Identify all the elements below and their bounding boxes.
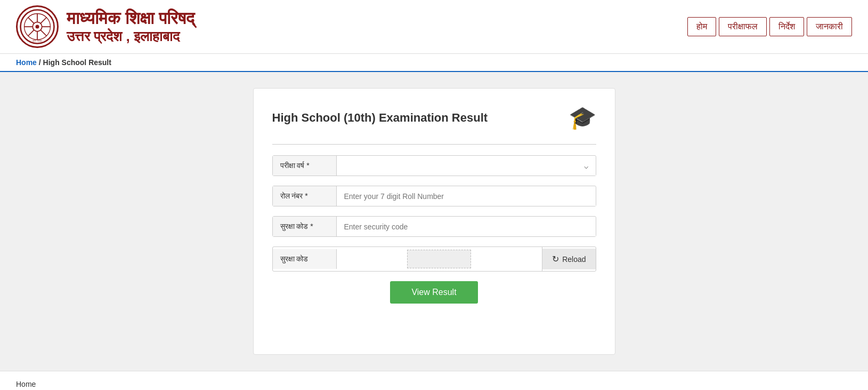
footer-area: Home	[0, 371, 868, 390]
nav-instructions[interactable]: निर्देश	[769, 17, 804, 36]
nav-home[interactable]: होम	[687, 17, 716, 36]
captcha-image-box	[337, 247, 543, 271]
security-code-label: सुरक्षा कोड *	[273, 217, 337, 236]
captcha-label: सुरक्षा कोड	[273, 249, 337, 269]
svg-point-3	[36, 25, 39, 29]
site-logo: उत्तर प्रदेश	[16, 5, 59, 48]
form-divider	[272, 144, 596, 145]
header-title-line1: माध्यमिक शिक्षा परिषद्	[67, 9, 194, 28]
roll-number-field: रोल नंबर *	[272, 186, 596, 206]
form-header: High School (10th) Examination Result 🎓	[272, 105, 596, 131]
header-left: उत्तर प्रदेश माध्यमिक शिक्षा परिषद् उत्त…	[16, 5, 194, 48]
header-title: माध्यमिक शिक्षा परिषद् उत्तर प्रदेश , इल…	[67, 9, 194, 45]
graduation-cap-icon: 🎓	[569, 105, 596, 131]
breadcrumb: Home / High School Result	[0, 54, 868, 72]
roll-number-label: रोल नंबर *	[273, 186, 337, 206]
reload-captcha-button[interactable]: ↻ Reload	[542, 249, 595, 269]
exam-year-select[interactable]: 2024 2023 2022	[337, 156, 596, 176]
nav-result[interactable]: परीक्षाफल	[719, 17, 767, 36]
exam-year-select-wrapper[interactable]: 2024 2023 2022 ⌵	[337, 156, 596, 176]
reload-label: Reload	[562, 255, 586, 264]
reload-icon: ↻	[552, 254, 559, 264]
breadcrumb-current: High School Result	[43, 58, 111, 67]
main-content: High School (10th) Examination Result 🎓 …	[0, 72, 868, 371]
svg-text:उत्तर प्रदेश: उत्तर प्रदेश	[32, 39, 42, 42]
captcha-field: सुरक्षा कोड ↻ Reload	[272, 246, 596, 272]
security-code-field: सुरक्षा कोड *	[272, 216, 596, 237]
site-header: उत्तर प्रदेश माध्यमिक शिक्षा परिषद् उत्त…	[0, 0, 868, 54]
breadcrumb-separator: /	[39, 58, 43, 67]
view-result-button[interactable]: View Result	[390, 281, 477, 304]
footer-home-text: Home	[16, 380, 36, 388]
form-title: High School (10th) Examination Result	[272, 111, 488, 125]
nav-info[interactable]: जानकारी	[807, 17, 852, 36]
security-code-input[interactable]	[337, 217, 596, 236]
exam-year-label: परीक्षा वर्ष *	[273, 156, 337, 176]
header-title-line2: उत्तर प्रदेश , इलाहाबाद	[67, 28, 194, 45]
breadcrumb-home-link[interactable]: Home	[16, 58, 37, 67]
exam-year-field: परीक्षा वर्ष * 2024 2023 2022 ⌵	[272, 155, 596, 176]
result-form-container: High School (10th) Examination Result 🎓 …	[253, 88, 615, 355]
main-nav: होम परीक्षाफल निर्देश जानकारी	[687, 17, 852, 36]
roll-number-input[interactable]	[337, 187, 596, 206]
submit-row: View Result	[272, 281, 596, 304]
captcha-image	[407, 250, 471, 268]
